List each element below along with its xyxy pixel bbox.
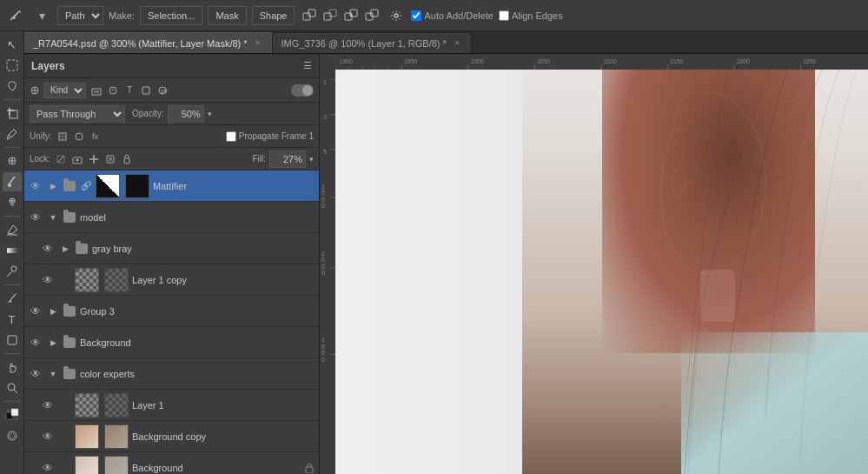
layer-item[interactable]: 👁 ▶ Group 3	[24, 296, 319, 327]
fill-input[interactable]	[269, 150, 306, 168]
eye-icon[interactable]: 👁	[28, 178, 43, 194]
svg-rect-31	[8, 336, 17, 344]
path-type-select[interactable]: Path	[57, 6, 103, 25]
eye-icon[interactable]: 👁	[40, 272, 56, 288]
propagate-checkbox[interactable]	[226, 131, 236, 142]
tool-type[interactable]: T	[3, 310, 22, 329]
filter-pixel-icon[interactable]	[89, 83, 103, 97]
opacity-input[interactable]	[168, 105, 204, 123]
eye-icon[interactable]: 👁	[28, 210, 43, 225]
svg-point-28	[11, 266, 17, 271]
unify-style-icon[interactable]	[72, 130, 86, 144]
kind-select[interactable]: Kind	[43, 83, 86, 98]
layer-item[interactable]: 👁 Background	[24, 452, 319, 474]
fill-arrow: ▾	[309, 155, 314, 164]
tab-img-close[interactable]: ×	[452, 38, 462, 49]
svg-point-14	[394, 14, 398, 17]
filter-adjustment-icon[interactable]	[106, 83, 120, 97]
filter-shape-icon[interactable]	[139, 83, 153, 97]
tool-pen[interactable]	[3, 289, 22, 308]
layer-thumb	[75, 268, 99, 292]
layer-expand-icon[interactable]: ▶	[47, 305, 59, 317]
settings-icon[interactable]	[387, 6, 406, 25]
layer-item[interactable]: 👁 Layer 1	[24, 390, 319, 421]
selection-button[interactable]: Selection...	[140, 6, 202, 25]
tool-lasso[interactable]	[3, 77, 22, 96]
eye-icon[interactable]: 👁	[28, 366, 43, 382]
layer-item[interactable]: 👁 ▼ color experts	[24, 358, 319, 390]
tool-quick-mask[interactable]	[3, 426, 22, 445]
combine-icon[interactable]	[300, 6, 319, 25]
lock-artboard-icon[interactable]	[103, 152, 117, 166]
eye-icon[interactable]: 👁	[40, 429, 56, 444]
pen-tool-icon[interactable]	[5, 5, 26, 26]
unify-fx-icon[interactable]: fx	[89, 130, 103, 144]
tab-img[interactable]: IMG_3736 @ 100% (Layer 1, RGB/8) * ×	[273, 32, 472, 53]
tool-clone[interactable]	[3, 193, 22, 212]
eye-icon[interactable]: 👁	[28, 304, 43, 319]
tool-shape[interactable]	[3, 330, 22, 350]
main-toolbar: ▾ Path Make: Selection... Mask Shape	[0, 0, 868, 31]
layers-menu-icon[interactable]: ☰	[303, 60, 312, 71]
layer-item[interactable]: 👁 ▶ gray bray	[24, 233, 319, 264]
unify-position-icon[interactable]	[56, 130, 70, 144]
layer-expand-icon[interactable]: ▶	[47, 337, 59, 349]
eye-icon[interactable]: 👁	[28, 335, 43, 350]
shape-button[interactable]: Shape	[252, 6, 295, 25]
tool-gradient[interactable]	[3, 241, 22, 260]
filter-smart-icon[interactable]: sm	[156, 83, 169, 97]
layer-mask-thumb	[104, 393, 129, 417]
layer-expand-icon[interactable]: ▶	[59, 243, 71, 255]
canvas-with-ruler: 1 3 5 1 5 5 0 1 6	[320, 70, 868, 474]
lock-position-icon[interactable]	[87, 152, 101, 166]
layer-expand-icon[interactable]: ▼	[47, 211, 59, 224]
canvas-viewport[interactable]	[335, 70, 868, 474]
tab-psd-close[interactable]: ×	[253, 38, 263, 49]
subtract-icon[interactable]	[321, 6, 340, 25]
layer-item[interactable]: 👁 ▶ Background	[24, 327, 319, 358]
tab-img-label: IMG_3736 @ 100% (Layer 1, RGB/8) *	[282, 38, 447, 49]
layer-group-folder-icon	[63, 210, 76, 224]
layer-item[interactable]: 👁 Layer 1 copy	[24, 264, 319, 296]
tool-hand[interactable]	[3, 357, 22, 377]
unify-bar: Unify:	[24, 125, 319, 148]
svg-text:0: 0	[321, 204, 325, 210]
filter-toggle[interactable]	[291, 84, 314, 97]
horizontal-ruler: 1900 1950 2000 2050 2100 2150	[335, 54, 868, 70]
tool-heal[interactable]	[3, 151, 22, 170]
lock-image-icon[interactable]	[70, 152, 84, 166]
tool-brush[interactable]	[3, 172, 22, 191]
layer-expand-icon[interactable]: ▼	[47, 368, 59, 380]
layers-title: Layers	[31, 60, 65, 72]
layer-expand-icon[interactable]: ▶	[47, 180, 59, 192]
tool-move[interactable]: ↖	[3, 35, 22, 54]
exclude-icon[interactable]	[362, 6, 381, 25]
tab-psd[interactable]: _R7A0544.psd @ 300% (Mattifier, Layer Ma…	[24, 32, 273, 53]
svg-rect-58	[109, 157, 112, 161]
foreground-bg-colors[interactable]	[3, 405, 22, 424]
tool-crop[interactable]	[3, 103, 22, 123]
filter-type-text-icon[interactable]: T	[123, 83, 136, 97]
tool-eraser[interactable]	[3, 220, 22, 239]
tool-dodge[interactable]	[3, 262, 22, 281]
tool-eyedropper[interactable]	[3, 124, 22, 144]
lock-all-icon[interactable]	[120, 152, 134, 166]
tool-select[interactable]	[3, 56, 22, 75]
layer-item[interactable]: 👁 ▼ model	[24, 202, 319, 233]
mask-button[interactable]: Mask	[208, 6, 246, 25]
blend-mode-select[interactable]: Pass Through	[30, 105, 125, 123]
pen-dropdown-icon[interactable]: ▾	[31, 5, 52, 26]
layer-item[interactable]: 👁 Background copy	[24, 421, 319, 452]
eye-icon[interactable]: 👁	[40, 241, 56, 257]
eye-icon[interactable]: 👁	[40, 460, 56, 475]
eye-icon[interactable]: 👁	[40, 397, 56, 413]
layer-link-icon: 🔗	[80, 180, 92, 192]
layer-lock-badge	[303, 462, 315, 474]
tool-zoom[interactable]	[3, 378, 22, 397]
align-edges-checkbox[interactable]	[499, 10, 509, 21]
auto-add-delete-checkbox[interactable]	[411, 10, 421, 21]
lock-transparent-icon[interactable]	[54, 152, 68, 166]
propagate-group: Propagate Frame 1	[226, 131, 314, 142]
intersect-icon[interactable]	[341, 6, 361, 25]
layer-item[interactable]: 👁 ▶ 🔗 Mattifier	[24, 170, 319, 202]
